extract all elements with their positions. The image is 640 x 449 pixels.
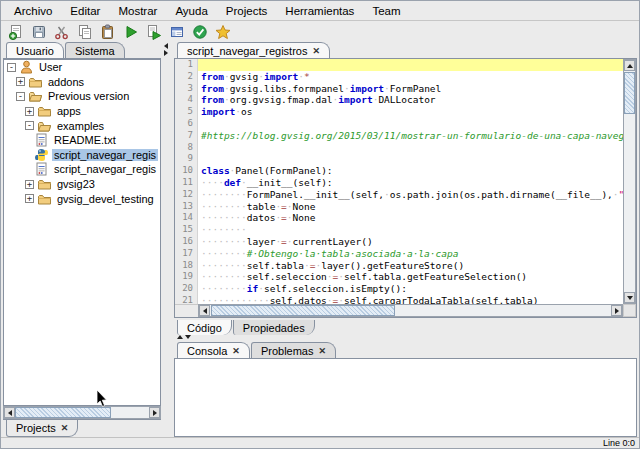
tree-item-addons[interactable]: +addons [4,75,160,90]
copy-button[interactable] [76,23,94,41]
scroll-down-button[interactable] [624,292,635,303]
tree-item-gvsig23[interactable]: +gvsig23 [4,177,160,192]
tab-usuario[interactable]: Usuario [6,42,64,58]
scroll-right-button[interactable] [149,407,160,418]
tab-sistema-label: Sistema [75,45,115,57]
tree-item-script-navegar-regis[interactable]: script_navegar_regis [4,162,160,177]
check-syntax-button[interactable] [191,23,209,41]
tab-propiedades-label: Propiedades [243,322,305,334]
code-line-text [198,118,623,130]
console-tabrow: Consola ✕ Problemas ✕ [174,342,637,359]
copy-icon [77,24,93,40]
code-line: 21············self.datos·=·self.cargarTo… [175,295,623,304]
scroll-left-button[interactable] [199,305,210,316]
cut-button[interactable] [53,23,71,41]
tree-item-label: script_navegar_regis [52,149,158,161]
tree-item-readme-txt[interactable]: README.txt [4,133,160,148]
project-explorer-pane: Usuario Sistema -User+addons-Previous ve… [3,42,161,437]
tree-scroll-track[interactable] [15,407,149,418]
tab-projects[interactable]: Projects ✕ [6,420,78,437]
tree-item-gvsig-devel-testing[interactable]: +gvsig_devel_testing [4,191,160,206]
collapse-right-icon[interactable] [164,50,168,56]
tree-item-user[interactable]: -User [4,60,160,75]
code-editor[interactable]: 12from·gvsig·import·*3from·gvsig.libs.fo… [175,59,623,304]
code-line: 5import·os [175,106,623,118]
expand-icon[interactable]: + [25,194,34,203]
tab-script-navegar-registros[interactable]: script_navegar_registros ✕ [177,42,330,58]
menu-mostrar[interactable]: Mostrar [109,3,166,19]
close-icon[interactable]: ✕ [232,347,240,356]
close-icon[interactable]: ✕ [318,347,326,356]
vertical-splitter[interactable] [161,42,174,437]
scroll-left-button[interactable] [4,407,15,418]
run-button[interactable] [122,23,140,41]
editor-hscroll-track[interactable] [210,305,611,316]
code-line-text [198,153,623,165]
code-line-text: ········ [198,224,623,236]
collapse-icon[interactable]: - [25,121,34,130]
edit-star-button[interactable] [214,23,232,41]
line-number: 4 [175,94,198,106]
code-line: 4from·org.gvsig.fmap.dal·import·DALLocat… [175,94,623,106]
tree-item-apps[interactable]: +apps [4,104,160,119]
tree-horizontal-scrollbar[interactable] [3,406,161,419]
tab-propiedades[interactable]: Propiedades [233,320,315,335]
paste-button[interactable] [99,23,117,41]
line-number: 21 [175,295,198,304]
new-document-button[interactable] [7,23,25,41]
horizontal-splitter[interactable] [174,335,637,342]
editor-vscroll-thumb[interactable] [624,72,635,114]
code-line: 12········FormPanel.__init__(self,·os.pa… [175,189,623,201]
menu-herramientas[interactable]: Herramientas [276,3,363,19]
close-icon[interactable]: ✕ [312,47,320,56]
close-icon[interactable]: ✕ [61,424,69,433]
tab-codigo[interactable]: Código [177,320,232,335]
collapse-up-icon[interactable] [177,335,183,339]
new-document-icon [8,24,24,40]
code-line: 2from·gvsig·import·* [175,71,623,83]
menu-archivo[interactable]: Archivo [5,3,61,19]
tree-item-script-navegar-regis[interactable]: script_navegar_regis [4,148,160,163]
collapse-icon[interactable]: - [7,63,16,72]
expand-icon[interactable]: + [16,77,25,86]
menu-ayuda[interactable]: Ayuda [166,3,216,19]
code-line: 16········layer·=·currentLayer() [175,236,623,248]
menu-editar[interactable]: Editar [61,3,109,19]
run-script-button[interactable] [145,23,163,41]
code-line: 6 [175,118,623,130]
collapse-left-icon[interactable] [164,43,168,49]
scroll-up-button[interactable] [624,60,635,71]
line-number: 20 [175,283,198,295]
file-tree[interactable]: -User+addons-Previous version+apps-examp… [3,59,161,406]
edit-star-icon [215,24,231,40]
menu-projects[interactable]: Projects [217,3,277,19]
console-panel-button[interactable] [168,23,186,41]
check-syntax-icon [192,24,208,40]
expand-icon[interactable]: + [25,180,34,189]
tab-consola[interactable]: Consola ✕ [177,342,250,358]
run-script-icon [146,24,162,40]
line-number: 13 [175,201,198,213]
tab-problemas[interactable]: Problemas ✕ [251,342,336,358]
collapse-down-icon[interactable] [185,335,191,339]
tree-scroll-thumb[interactable] [15,407,111,418]
left-arrow-icon [8,410,12,416]
menu-team[interactable]: Team [363,3,409,19]
tree-item-examples[interactable]: -examples [4,118,160,133]
code-line: 9 [175,153,623,165]
console-output[interactable] [174,359,637,437]
text-file-icon [34,162,49,176]
tab-sistema[interactable]: Sistema [65,42,125,58]
expand-icon[interactable]: + [25,107,34,116]
line-number: 19 [175,271,198,283]
scroll-right-button[interactable] [611,305,622,316]
run-icon [123,24,139,40]
save-button[interactable] [30,23,48,41]
editor-hscroll-thumb[interactable] [211,305,395,316]
tree-item-previous-version[interactable]: -Previous version [4,89,160,104]
editor-vscroll-track[interactable] [624,71,635,292]
editor-horizontal-scrollbar[interactable] [175,304,623,317]
collapse-icon[interactable]: - [16,92,25,101]
editor-vertical-scrollbar[interactable] [623,59,636,304]
folder-open-icon [37,119,52,133]
